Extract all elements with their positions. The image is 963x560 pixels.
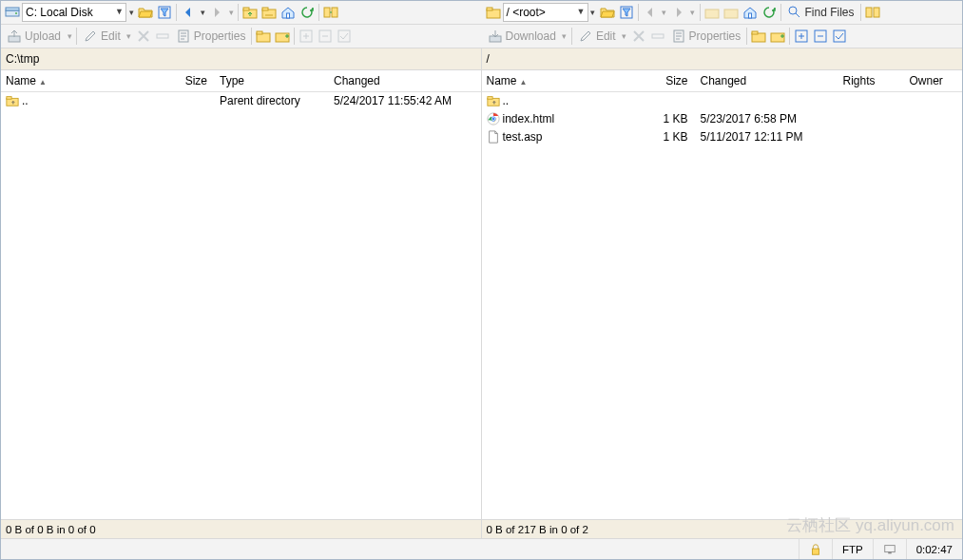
edit-menu-icon: ▾ — [125, 27, 134, 46]
svg-point-2 — [15, 12, 17, 14]
svg-rect-21 — [157, 34, 168, 38]
local-path-bar[interactable]: C:\tmp — [1, 48, 481, 70]
new-folder-icon[interactable] — [749, 27, 768, 46]
dropdown-arrow-icon[interactable]: ▾ — [588, 3, 598, 22]
edit-menu-icon: ▾ — [620, 27, 629, 46]
cell-changed — [696, 91, 838, 109]
cell-size: 1 KB — [648, 109, 696, 127]
svg-rect-16 — [748, 13, 751, 18]
refresh-icon[interactable] — [298, 3, 317, 22]
remote-path-bar[interactable]: / — [482, 48, 963, 70]
cell-name: .. — [482, 91, 648, 109]
col-rights[interactable]: Rights — [838, 70, 905, 91]
col-changed[interactable]: Changed — [329, 70, 481, 91]
col-changed[interactable]: Changed — [696, 70, 838, 91]
svg-point-17 — [789, 7, 797, 14]
remote-path-text: / — [487, 52, 490, 66]
parent-folder-icon[interactable] — [703, 3, 722, 22]
cell-changed: 5/24/2017 11:55:42 AM — [329, 91, 481, 109]
list-row[interactable]: test.asp1 KB5/11/2017 12:11 PM — [482, 127, 963, 145]
filter-icon[interactable] — [617, 3, 636, 22]
col-size[interactable]: Size — [172, 70, 215, 91]
properties-button: Properties — [172, 27, 250, 46]
cell-name: test.asp — [482, 127, 648, 145]
delete-icon — [134, 27, 153, 46]
col-name[interactable]: Name▲ — [482, 70, 648, 91]
list-row[interactable]: index.html1 KB5/23/2017 6:58 PM — [482, 109, 963, 127]
cell-size: 1 KB — [648, 127, 696, 145]
remote-path-combo[interactable]: / <root>▼ — [503, 3, 588, 22]
back-history-icon[interactable]: ▾ — [198, 3, 207, 22]
home-icon[interactable] — [741, 3, 760, 22]
svg-rect-37 — [834, 30, 845, 42]
root-folder-icon[interactable] — [260, 3, 279, 22]
download-menu-icon: ▾ — [560, 27, 569, 46]
check-box-icon — [335, 27, 354, 46]
minus-box-icon — [316, 27, 335, 46]
plus-box-icon[interactable] — [792, 27, 811, 46]
local-file-list[interactable]: Name▲ Size Type Changed ..Parent directo… — [1, 70, 481, 519]
list-row[interactable]: ..Parent directory5/24/2017 11:55:42 AM — [1, 91, 481, 109]
back-icon[interactable] — [179, 3, 198, 22]
col-type[interactable]: Type — [215, 70, 329, 91]
dropdown-arrow-icon[interactable]: ▾ — [126, 3, 136, 22]
filter-icon[interactable] — [155, 3, 174, 22]
col-owner[interactable]: Owner — [905, 70, 963, 91]
new-folder-icon[interactable] — [254, 27, 273, 46]
new-file-icon[interactable] — [273, 27, 292, 46]
elapsed-time: 0:02:47 — [906, 539, 962, 559]
encryption-status — [799, 539, 832, 559]
plus-box-icon — [297, 27, 316, 46]
remote-file-list[interactable]: Name▲ Size Changed Rights Owner ..index.… — [482, 70, 963, 519]
sync-browse-icon[interactable] — [321, 3, 340, 22]
local-status: 0 B of 0 B in 0 of 0 — [1, 519, 481, 538]
find-files-button[interactable]: Find Files — [783, 3, 858, 22]
check-box-icon[interactable] — [830, 27, 849, 46]
svg-rect-12 — [487, 8, 492, 10]
back-history-icon: ▾ — [660, 3, 669, 22]
root-folder-icon[interactable] — [722, 3, 741, 22]
svg-rect-47 — [884, 545, 895, 551]
forward-history-icon: ▾ — [688, 3, 698, 22]
edit-button: Edit — [79, 27, 125, 46]
upload-button: Upload — [3, 27, 65, 46]
svg-rect-30 — [652, 34, 664, 38]
cell-name: index.html — [482, 109, 648, 127]
cell-rights — [838, 127, 905, 145]
cell-type: Parent directory — [215, 91, 329, 109]
status-bar: FTP 0:02:47 — [1, 538, 962, 559]
minus-box-icon[interactable] — [811, 27, 830, 46]
cell-rights — [838, 91, 905, 109]
sync-browse-icon[interactable] — [863, 3, 882, 22]
open-folder-icon[interactable] — [598, 3, 617, 22]
svg-rect-5 — [243, 8, 249, 10]
svg-rect-15 — [724, 10, 738, 18]
parent-folder-icon[interactable] — [241, 3, 260, 22]
home-icon[interactable] — [279, 3, 298, 22]
delete-icon — [629, 27, 648, 46]
new-file-icon[interactable] — [768, 27, 787, 46]
svg-rect-18 — [866, 8, 872, 17]
edit-label: Edit — [596, 29, 616, 43]
properties-button: Properties — [667, 27, 745, 46]
svg-point-45 — [491, 117, 494, 120]
refresh-icon[interactable] — [760, 3, 779, 22]
open-folder-icon[interactable] — [136, 3, 155, 22]
svg-rect-9 — [324, 8, 330, 17]
find-files-label: Find Files — [805, 6, 855, 19]
cell-owner — [905, 127, 963, 145]
protocol-status: FTP — [832, 539, 873, 559]
cell-changed: 5/23/2017 6:58 PM — [696, 109, 838, 127]
local-drive-combo[interactable]: C: Local Disk▼ — [22, 3, 126, 22]
col-name[interactable]: Name▲ — [1, 70, 172, 91]
cell-size — [648, 91, 696, 109]
svg-rect-33 — [752, 31, 758, 34]
svg-rect-8 — [287, 13, 290, 18]
col-size[interactable]: Size — [648, 70, 696, 91]
forward-icon — [669, 3, 688, 22]
cell-name: .. — [1, 91, 172, 109]
drive-icon — [3, 3, 22, 22]
local-panel: C:\tmp Name▲ Size Type Changed ..Parent … — [1, 48, 482, 538]
svg-rect-19 — [874, 8, 879, 17]
list-row[interactable]: .. — [482, 91, 963, 109]
